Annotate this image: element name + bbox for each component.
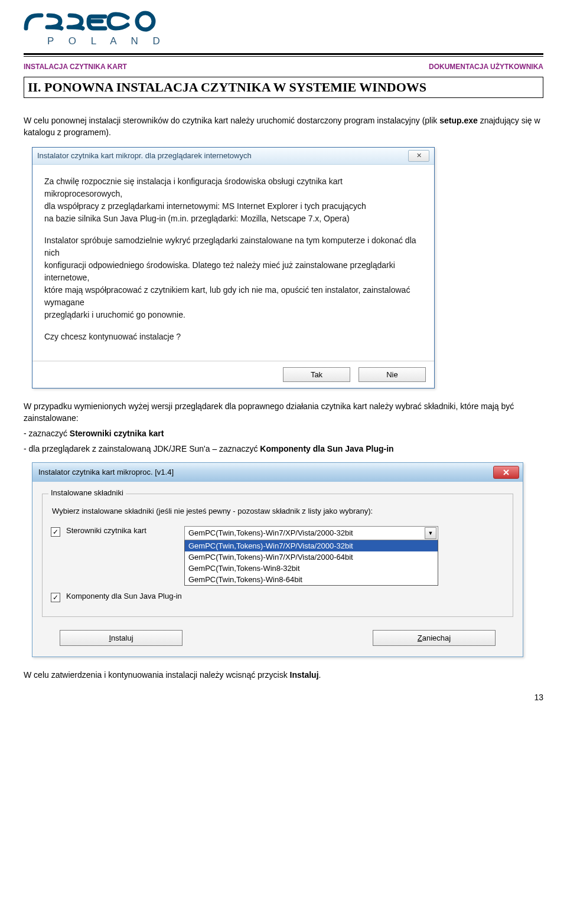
d1-p7: przeglądarki i uruchomić go ponownie. [44, 310, 185, 319]
logo-subtext: P O L A N D [47, 35, 543, 47]
install-button[interactable]: Instaluj [60, 630, 183, 646]
dialog2-footer: Instaluj Zaniechaj [42, 630, 513, 646]
cancel-button[interactable]: Zaniechaj [373, 630, 496, 646]
page-number: 13 [24, 693, 543, 702]
d1-p5: konfiguracji odpowiedniego środowiska. D… [44, 260, 395, 282]
driver-combo-wrap: GemPC(Twin,Tokens)-Win7/XP/Vista/2000-32… [184, 526, 438, 586]
cancel-rest: aniechaj [422, 634, 451, 642]
svg-point-0 [137, 13, 154, 30]
divider-thin [24, 56, 543, 57]
section-title-box: II. PONOWNA INSTALACJA CZYTNIKA W SYSTEM… [24, 77, 543, 98]
combo-value: GemPC(Twin,Tokens)-Win7/XP/Vista/2000-32… [188, 528, 353, 537]
components-groupbox: Instalowane składniki Wybierz instalowan… [42, 494, 513, 617]
paragraph-3: W celu zatwierdzenia i kontynuowania ins… [24, 669, 543, 681]
checkbox-drivers[interactable] [51, 527, 60, 537]
dialog1-body: Za chwilę rozpocznie się instalacja i ko… [32, 165, 434, 361]
para3-a: W celu zatwierdzenia i kontynuowania ins… [24, 670, 290, 680]
dialog2-body: Instalowane składniki Wybierz instalowan… [32, 482, 523, 657]
dialog2-titlebar: Instalator czytnika kart mikroproc. [v1.… [32, 463, 523, 482]
header-left: INSTALACJA CZYTNIKA KART [24, 63, 127, 71]
page-header-row: INSTALACJA CZYTNIKA KART DOKUMENTACJA UŻ… [24, 63, 543, 71]
checkbox-drivers-label: Sterowniki czytnika kart [66, 526, 178, 535]
groupbox-legend: Instalowane składniki [48, 488, 126, 497]
dialog1-title-text: Instalator czytnika kart mikropr. dla pr… [37, 151, 252, 160]
para3-c: . [319, 670, 321, 680]
list-item[interactable]: GemPC(Twin,Tokens-Win8-32bit [185, 563, 438, 574]
groupbox-text: Wybierz instalowane składniki (jeśli nie… [52, 506, 504, 517]
para1-a: W celu ponownej instalacji sterowników d… [24, 116, 439, 125]
no-button[interactable]: Nie [359, 367, 426, 382]
d1-p3: na bazie silnika Sun Java Plug-in (m.in.… [44, 214, 350, 223]
driver-listbox[interactable]: GemPC(Twin,Tokens)-Win7/XP/Vista/2000-32… [184, 540, 438, 586]
row-java: Komponenty dla Sun Java Plug-in [51, 592, 504, 602]
list-item[interactable]: GemPC(Twin,Tokens)-Win8-64bit [185, 574, 438, 585]
installer-dialog-2: Instalator czytnika kart mikroproc. [v1.… [32, 462, 523, 657]
dialog2-title-text: Instalator czytnika kart mikroproc. [v1.… [38, 468, 174, 476]
asseco-logo [24, 11, 177, 34]
checkbox-java[interactable] [51, 593, 60, 602]
logo-block: P O L A N D [24, 11, 543, 47]
d1-p6: które mają współpracować z czytnikiem ka… [44, 285, 410, 307]
paragraph-1: W celu ponownej instalacji sterowników d… [24, 115, 543, 139]
bullet-2: - dla przeglądarek z zainstalowaną JDK/J… [24, 443, 543, 455]
bullet1-b: Sterowniki czytnika kart [70, 429, 164, 438]
bullet-1: - zaznaczyć Sterowniki czytnika kart [24, 427, 543, 439]
checkbox-java-label: Komponenty dla Sun Java Plug-in [66, 592, 182, 600]
close-icon[interactable] [493, 466, 519, 479]
d1-p4: Instalator spróbuje samodzielnie wykryć … [44, 236, 416, 257]
row-drivers: Sterowniki czytnika kart GemPC(Twin,Toke… [51, 526, 504, 586]
dialog1-footer: Tak Nie [32, 361, 434, 388]
para1-b: setup.exe [439, 116, 478, 125]
chevron-down-icon[interactable]: ▼ [425, 527, 436, 539]
close-icon[interactable]: ✕ [408, 150, 429, 162]
divider-thick [24, 53, 543, 55]
installer-dialog-1: Instalator czytnika kart mikropr. dla pr… [32, 147, 435, 388]
cancel-u: Z [418, 634, 422, 642]
d1-p1: Za chwilę rozpocznie się instalacja i ko… [44, 177, 343, 198]
install-rest: nstaluj [111, 634, 133, 642]
section-title: II. PONOWNA INSTALACJA CZYTNIKA W SYSTEM… [28, 80, 426, 94]
driver-combobox[interactable]: GemPC(Twin,Tokens)-Win7/XP/Vista/2000-32… [184, 526, 438, 540]
list-item[interactable]: GemPC(Twin,Tokens)-Win7/XP/Vista/2000-32… [185, 540, 438, 551]
header-right: DOKUMENTACJA UŻYTKOWNIKA [429, 63, 543, 71]
para3-b: Instaluj [290, 670, 319, 680]
dialog1-titlebar: Instalator czytnika kart mikropr. dla pr… [32, 148, 434, 165]
bullet1-a: - zaznaczyć [24, 429, 70, 438]
d1-p2: dla współpracy z przeglądarkami internet… [44, 201, 366, 211]
d1-p8: Czy chcesz kontynuować instalacje ? [44, 331, 422, 343]
yes-button[interactable]: Tak [283, 367, 350, 382]
paragraph-2: W przypadku wymienionych wyżej wersji pr… [24, 400, 543, 425]
bullet2-a: - dla przeglądarek z zainstalowaną JDK/J… [24, 444, 260, 453]
list-item[interactable]: GemPC(Twin,Tokens)-Win7/XP/Vista/2000-64… [185, 551, 438, 563]
bullet2-b: Komponenty dla Sun Java Plug-in [260, 444, 393, 453]
